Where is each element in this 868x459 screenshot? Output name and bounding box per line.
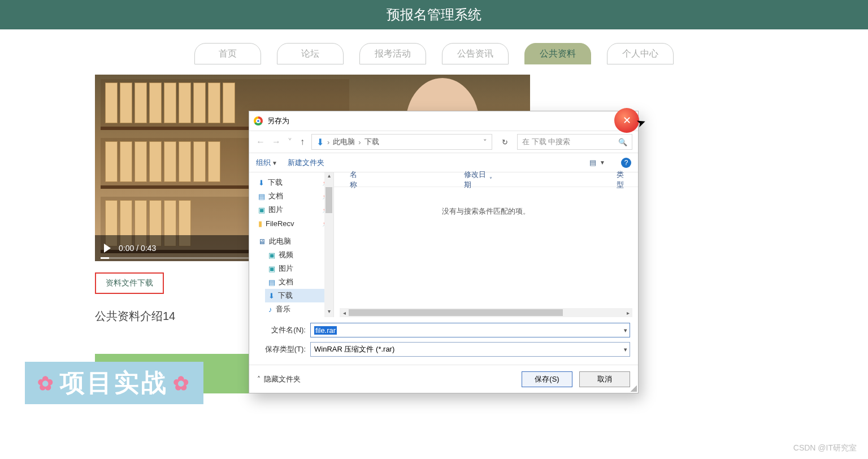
hide-folders-toggle[interactable]: ˄隐藏文件夹 bbox=[257, 374, 301, 384]
column-headers[interactable]: 名称 修改日期 ˅ 类型 bbox=[334, 172, 638, 187]
tree-item[interactable]: ▤文档 bbox=[265, 275, 333, 289]
organize-menu[interactable]: 组织▼ bbox=[256, 158, 277, 168]
dialog-toolbar: 组织▼ 新建文件夹 ▤ ▼ ? bbox=[249, 153, 638, 172]
new-folder-button[interactable]: 新建文件夹 bbox=[288, 158, 324, 168]
chevron-down-icon[interactable]: ▾ bbox=[624, 346, 627, 353]
chevron-down-icon[interactable]: ▾ bbox=[624, 327, 627, 334]
save-fields: 文件名(N): file.rar ▾ 保存类型(T): WinRAR 压缩文件 … bbox=[249, 317, 638, 361]
nav-tab-news[interactable]: 公告资讯 bbox=[442, 43, 509, 64]
chevron-down-icon[interactable]: ˅ bbox=[287, 137, 293, 148]
search-input[interactable]: 在 下载 中搜索 🔍 bbox=[517, 134, 632, 150]
view-options[interactable]: ▤ ▼ bbox=[589, 158, 605, 167]
document-icon: ▤ bbox=[268, 278, 275, 287]
tree-item[interactable]: ⬇下载 bbox=[255, 176, 333, 189]
nav-tab-forum[interactable]: 论坛 bbox=[277, 43, 344, 64]
save-as-dialog: 另存为 ✕ ➤ ← → ˅ ↑ ⬇ › 此电脑 › 下载 ˅ ↻ 在 下载 中搜… bbox=[249, 111, 639, 393]
chevron-down-icon: ˅ bbox=[489, 176, 492, 183]
dialog-title: 另存为 bbox=[267, 116, 289, 126]
filetype-select[interactable]: WinRAR 压缩文件 (*.rar) ▾ bbox=[310, 342, 630, 357]
tree-scrollbar[interactable]: ▴▾ bbox=[324, 172, 333, 317]
dialog-footer: ˄隐藏文件夹 保存(S) 取消 bbox=[249, 365, 638, 393]
csdn-watermark: CSDN @IT研究室 bbox=[793, 443, 857, 453]
download-icon: ⬇ bbox=[258, 179, 264, 187]
nav-back-icon[interactable]: ← bbox=[255, 137, 266, 147]
nav-forward-icon[interactable]: → bbox=[271, 137, 282, 147]
filetype-label: 保存类型(T): bbox=[257, 344, 306, 354]
flower-icon: ✿ bbox=[173, 372, 191, 395]
col-type[interactable]: 类型 bbox=[617, 170, 629, 190]
nav-up-icon[interactable]: ↑ bbox=[298, 137, 307, 147]
chevron-down-icon[interactable]: ˅ bbox=[483, 138, 487, 146]
app-title: 预报名管理系统 bbox=[387, 6, 481, 24]
refresh-icon[interactable]: ↻ bbox=[497, 138, 513, 146]
tree-item-selected[interactable]: ⬇下载 bbox=[265, 289, 333, 302]
pc-icon: 🖥 bbox=[258, 237, 266, 246]
flower-icon: ✿ bbox=[37, 372, 55, 395]
video-watermark-badge: ✿ 项目实战 ✿ bbox=[25, 362, 203, 404]
tree-item[interactable]: ♪音乐 bbox=[265, 302, 333, 316]
nav-tab-activity[interactable]: 报考活动 bbox=[359, 43, 426, 64]
search-placeholder: 在 下载 中搜索 bbox=[522, 137, 570, 147]
search-icon: 🔍 bbox=[618, 138, 627, 146]
tree-item[interactable]: ▣图片 bbox=[265, 262, 333, 275]
app-header: 预报名管理系统 bbox=[0, 0, 868, 29]
chevron-right-icon: › bbox=[358, 138, 361, 146]
tree-item[interactable]: ▮FileRecv bbox=[255, 216, 333, 230]
music-icon: ♪ bbox=[268, 305, 272, 314]
folder-tree: ⬇下载 ▤文档 ▣图片 ▮FileRecv 🖥此电脑 ▣视频 ▣图片 ▤文档 ⬇… bbox=[249, 172, 334, 317]
video-icon: ▣ bbox=[268, 251, 275, 259]
empty-message: 没有与搜索条件匹配的项。 bbox=[334, 206, 638, 216]
tree-item-this-pc[interactable]: 🖥此电脑 bbox=[255, 235, 333, 248]
filename-input[interactable]: file.rar ▾ bbox=[310, 323, 630, 337]
nav-tab-profile[interactable]: 个人中心 bbox=[607, 43, 674, 64]
chevron-right-icon: › bbox=[327, 138, 329, 146]
horizontal-scrollbar[interactable]: ◂▸ bbox=[340, 308, 632, 317]
file-list-pane: 名称 修改日期 ˅ 类型 没有与搜索条件匹配的项。 ◂▸ bbox=[334, 172, 638, 317]
resize-grip[interactable] bbox=[630, 385, 637, 392]
document-icon: ▤ bbox=[258, 192, 265, 201]
chrome-icon bbox=[254, 116, 263, 125]
filename-label: 文件名(N): bbox=[257, 325, 306, 335]
nav-tab-home[interactable]: 首页 bbox=[194, 43, 261, 64]
download-icon: ⬇ bbox=[268, 292, 275, 300]
address-bar-row: ← → ˅ ↑ ⬇ › 此电脑 › 下载 ˅ ↻ 在 下载 中搜索 🔍 bbox=[249, 131, 638, 153]
chevron-icon: ˄ bbox=[257, 375, 261, 383]
play-icon[interactable] bbox=[104, 244, 111, 253]
video-time: 0:00 / 0:43 bbox=[119, 244, 156, 253]
col-name[interactable]: 名称 bbox=[350, 170, 362, 190]
picture-icon: ▣ bbox=[268, 265, 275, 273]
tree-item[interactable]: ▣视频 bbox=[265, 248, 333, 262]
picture-icon: ▣ bbox=[258, 206, 265, 214]
main-nav: 首页 论坛 报考活动 公告资讯 公共资料 个人中心 bbox=[0, 43, 868, 64]
download-file-link[interactable]: 资料文件下载 bbox=[95, 272, 164, 294]
cancel-button[interactable]: 取消 bbox=[579, 371, 630, 387]
nav-tab-resources[interactable]: 公共资料 bbox=[524, 43, 591, 64]
save-button[interactable]: 保存(S) bbox=[522, 371, 572, 387]
col-date[interactable]: 修改日期 ˅ bbox=[464, 170, 493, 190]
tree-item[interactable]: ▤文档 bbox=[255, 189, 333, 203]
tree-item[interactable]: ▣图片 bbox=[255, 203, 333, 216]
help-icon[interactable]: ? bbox=[621, 158, 631, 168]
dialog-titlebar[interactable]: 另存为 ✕ ➤ bbox=[249, 111, 638, 131]
address-path[interactable]: ⬇ › 此电脑 › 下载 ˅ bbox=[311, 134, 492, 150]
download-icon: ⬇ bbox=[316, 137, 324, 148]
folder-icon: ▮ bbox=[258, 219, 262, 228]
